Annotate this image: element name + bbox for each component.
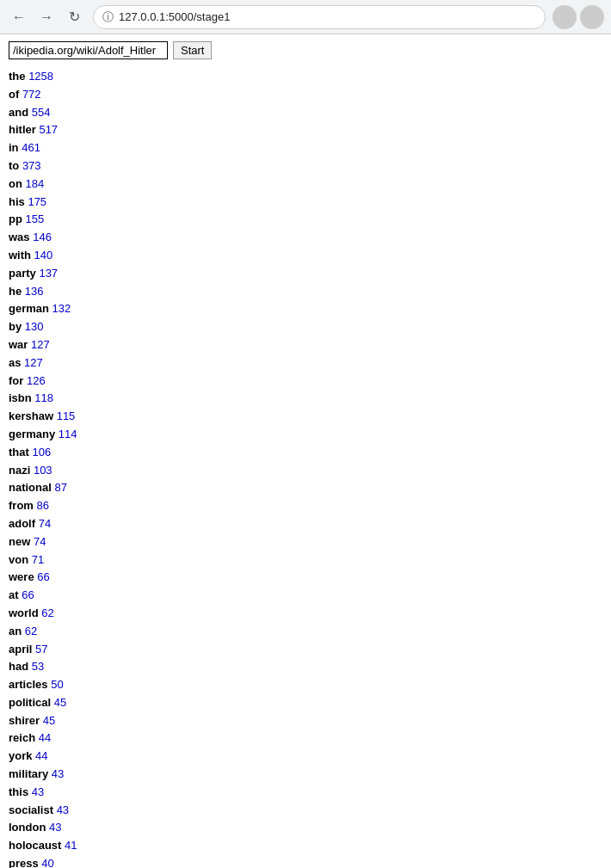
- list-item: holocaust 41: [9, 837, 602, 855]
- word-term: kershaw: [9, 409, 57, 422]
- word-count: 44: [35, 749, 47, 762]
- list-item: that 106: [9, 444, 602, 462]
- word-term: from: [9, 499, 37, 512]
- word-count: 115: [57, 409, 76, 422]
- address-text: 127.0.0.1:5000/stage1: [119, 10, 230, 23]
- word-term: on: [9, 177, 26, 190]
- word-term: press: [9, 857, 41, 868]
- word-term: socialist: [9, 803, 57, 816]
- word-count: 155: [26, 212, 45, 225]
- word-count: 137: [39, 267, 58, 280]
- list-item: as 127: [9, 354, 602, 372]
- list-item: germany 114: [9, 426, 602, 444]
- word-term: germany: [9, 428, 59, 440]
- word-count: 175: [28, 195, 46, 208]
- word-count: 66: [22, 588, 34, 601]
- word-term: and: [9, 106, 32, 119]
- list-item: national 87: [9, 479, 602, 497]
- word-term: shirer: [9, 714, 43, 727]
- word-term: von: [9, 553, 32, 566]
- word-count: 772: [22, 88, 41, 101]
- word-count: 45: [54, 696, 66, 709]
- browser-chrome: ← → ↻ ⓘ 127.0.0.1:5000/stage1: [0, 0, 611, 34]
- word-count: 106: [32, 446, 51, 459]
- list-item: new 74: [9, 533, 602, 551]
- word-count: 126: [27, 374, 46, 387]
- word-term: pp: [9, 212, 26, 225]
- word-count: 517: [39, 123, 58, 136]
- list-item: world 62: [9, 605, 602, 623]
- list-item: at 66: [9, 587, 602, 605]
- word-term: nazi: [9, 464, 34, 477]
- word-count: 41: [65, 839, 77, 852]
- word-count: 132: [52, 302, 71, 315]
- list-item: military 43: [9, 766, 602, 784]
- start-button[interactable]: Start: [173, 41, 212, 59]
- word-term: april: [9, 643, 35, 656]
- word-count: 43: [49, 821, 61, 834]
- word-count: 136: [25, 285, 44, 298]
- word-count: 130: [25, 320, 44, 333]
- list-item: from 86: [9, 497, 602, 515]
- list-item: had 53: [9, 658, 602, 676]
- word-term: military: [9, 767, 52, 780]
- word-count: 62: [25, 625, 37, 637]
- list-item: were 66: [9, 569, 602, 587]
- list-item: von 71: [9, 551, 602, 569]
- word-term: an: [9, 625, 25, 637]
- word-term: was: [9, 231, 33, 243]
- browser-actions: [552, 5, 604, 29]
- word-count: 43: [57, 803, 69, 816]
- word-term: of: [9, 88, 22, 101]
- list-item: he 136: [9, 283, 602, 301]
- word-term: for: [9, 374, 27, 387]
- word-term: his: [9, 195, 28, 208]
- list-item: on 184: [9, 175, 602, 194]
- list-item: nazi 103: [9, 462, 602, 480]
- url-input[interactable]: [9, 41, 168, 59]
- address-bar[interactable]: ⓘ 127.0.0.1:5000/stage1: [93, 5, 546, 29]
- back-button[interactable]: ←: [7, 5, 31, 29]
- word-term: reich: [9, 731, 39, 744]
- word-count: 53: [32, 660, 44, 673]
- list-item: articles 50: [9, 676, 602, 694]
- word-count: 86: [37, 499, 49, 512]
- word-count: 140: [34, 249, 53, 262]
- word-term: political: [9, 696, 54, 709]
- word-term: with: [9, 249, 34, 262]
- word-term: hitler: [9, 123, 39, 136]
- word-count: 43: [32, 785, 44, 798]
- word-term: party: [9, 267, 39, 280]
- word-term: london: [9, 821, 49, 834]
- word-count: 373: [22, 159, 41, 172]
- word-term: in: [9, 141, 22, 154]
- word-term: adolf: [9, 517, 39, 530]
- forward-button[interactable]: →: [34, 5, 59, 29]
- word-count: 146: [33, 231, 52, 243]
- word-count: 127: [24, 356, 43, 369]
- list-item: and 554: [9, 104, 602, 122]
- word-term: he: [9, 285, 25, 298]
- word-term: to: [9, 159, 22, 172]
- word-term: war: [9, 338, 31, 351]
- list-item: press 40: [9, 855, 602, 868]
- list-item: in 461: [9, 139, 602, 157]
- word-count: 127: [31, 338, 50, 351]
- list-item: to 373: [9, 157, 602, 175]
- list-item: german 132: [9, 300, 602, 318]
- url-bar: Start: [9, 41, 602, 59]
- list-item: the 1258: [9, 68, 602, 86]
- list-item: isbn 118: [9, 390, 602, 408]
- word-term: as: [9, 356, 24, 369]
- refresh-button[interactable]: ↻: [62, 5, 86, 29]
- word-count: 71: [32, 553, 44, 566]
- list-item: by 130: [9, 318, 602, 336]
- extension-button-1[interactable]: [552, 5, 577, 29]
- list-item: an 62: [9, 623, 602, 641]
- word-term: by: [9, 320, 25, 333]
- word-term: at: [9, 588, 22, 601]
- extension-button-2[interactable]: [580, 5, 604, 29]
- word-term: holocaust: [9, 839, 65, 852]
- list-item: socialist 43: [9, 802, 602, 820]
- list-item: reich 44: [9, 729, 602, 748]
